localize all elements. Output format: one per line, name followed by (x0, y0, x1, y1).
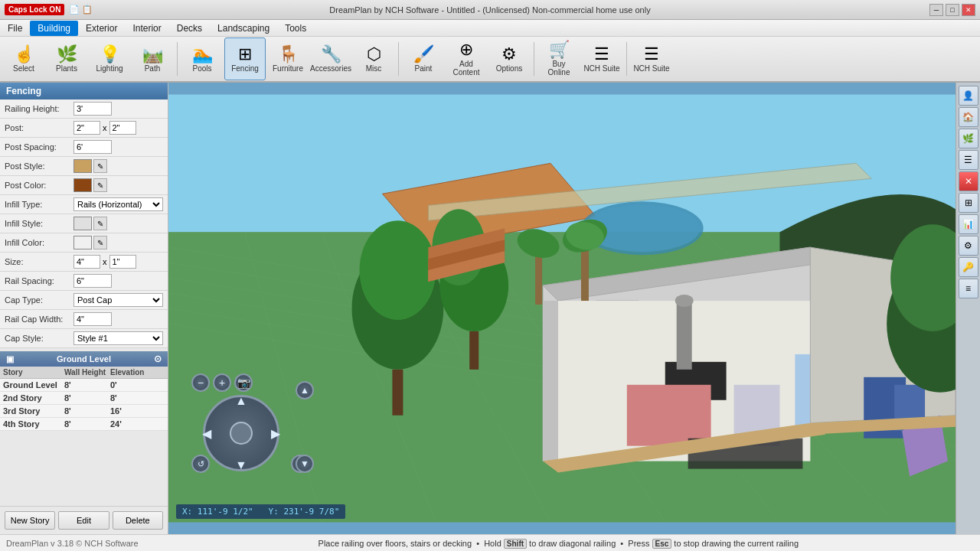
story-btn-delete[interactable]: Delete (113, 511, 163, 530)
prop-input-0[interactable] (74, 102, 112, 116)
toolbar-btn-buy_online[interactable]: 🛒Buy Online (538, 37, 580, 80)
ground-level-collapse-icon[interactable]: ▣ (6, 354, 14, 364)
toolbar-btn-nch_suite[interactable]: ☰NCH Suite (581, 37, 622, 80)
prop-label-2: Post Spacing: (5, 142, 74, 152)
prop-input-11[interactable] (74, 312, 112, 326)
prop-input-1-1[interactable] (74, 121, 100, 135)
story-elevation-2: 16' (110, 406, 149, 416)
right-panel-btn-9[interactable]: ≡ (959, 279, 978, 298)
toolbar-btn-plants[interactable]: 🌿Plants (46, 37, 87, 80)
story-row-2[interactable]: 3rd Story 8' 16' (0, 405, 168, 418)
toolbar-btn-paint[interactable]: 🖌️Paint (403, 37, 444, 80)
nav-down[interactable]: ▼ (235, 458, 247, 472)
nav-right[interactable]: ▶ (271, 426, 280, 441)
menu-item-file[interactable]: File (0, 21, 30, 36)
toolbar-btn-fencing[interactable]: ⊞Fencing (224, 37, 266, 80)
prop-label-5: Infill Type: (5, 200, 74, 209)
edit-color-btn-7[interactable]: ✎ (93, 236, 107, 249)
toolbar-btn-misc[interactable]: ⬡Misc (353, 37, 394, 80)
right-panel-btn-6[interactable]: 📊 (959, 214, 978, 234)
menu-item-landscaping[interactable]: Landscaping (210, 21, 277, 36)
prop-input-9[interactable] (74, 274, 112, 288)
right-panel-btn-2[interactable]: 🌿 (959, 129, 978, 148)
prop-label-1: Post: (5, 123, 74, 132)
options-icon: ⚙ (501, 46, 517, 63)
toolbar-btn-nch-suite[interactable]: ☰NCH Suite (631, 37, 672, 80)
prop-input-1-2[interactable] (109, 121, 136, 135)
ground-level-toggle[interactable]: ⊙ (154, 354, 162, 364)
main-area: Fencing Railing Height:Post:xPost Spacin… (0, 83, 980, 534)
prop-select-5[interactable]: Rails (Horizontal)Solid PanelPicketChain… (74, 197, 163, 211)
close-button[interactable]: ✕ (962, 4, 975, 16)
statusbar: DreamPlan v 3.18 © NCH Software Place ra… (0, 534, 980, 551)
right-panel-btn-4[interactable]: ✕ (959, 171, 978, 191)
prop-input-8-2[interactable] (109, 255, 136, 269)
prop-input-8-1[interactable] (74, 255, 100, 269)
story-height-1: 8' (64, 393, 110, 403)
viewport[interactable]: − + 📷 ▲ ▲ ▼ ◀ ▶ ↺ ↻ ▼ (168, 83, 956, 534)
story-elevation-0: 0' (110, 380, 149, 390)
nav-tilt-up-button[interactable]: ▲ (296, 381, 314, 399)
toolbar-btn-path[interactable]: 🛤️Path (132, 37, 173, 80)
edit-color-btn-3[interactable]: ✎ (93, 159, 107, 173)
nch-suite-icon: ☰ (644, 46, 659, 63)
nav-tilt-down-button[interactable]: ▼ (296, 455, 314, 473)
prop-label-10: Cap Type: (5, 295, 74, 305)
nav-camera-button[interactable]: 📷 (234, 373, 253, 392)
toolbar-btn-accessories[interactable]: 🔧Accessories (310, 37, 351, 80)
story-row-3[interactable]: 4th Story 8' 24' (0, 418, 168, 431)
nav-up[interactable]: ▲ (235, 394, 247, 408)
prop-select-10[interactable]: Post CapNo CapFlat CapPyramid Cap (74, 293, 163, 307)
right-panel-btn-5[interactable]: ⊞ (959, 193, 978, 213)
color-swatch-6[interactable] (74, 217, 92, 230)
story-row-1[interactable]: 2nd Story 8' 8' (0, 392, 168, 405)
nav-rotate-left[interactable]: ↺ (191, 455, 210, 473)
right-panel-btn-0[interactable]: 👤 (959, 86, 978, 106)
right-panel-btn-3[interactable]: ☰ (959, 150, 978, 170)
toolbar-btn-options[interactable]: ⚙Options (488, 37, 530, 80)
color-swatch-7[interactable] (74, 236, 92, 249)
nav-plus-button[interactable]: + (213, 373, 231, 392)
toolbar-btn-add_content[interactable]: ⊕Add Content (446, 37, 487, 80)
version-text: DreamPlan v 3.18 © NCH Software (6, 539, 139, 548)
edit-color-btn-4[interactable]: ✎ (93, 178, 107, 192)
prop-select-12[interactable]: Style #1Style #2Style #3 (74, 331, 163, 345)
color-swatch-3[interactable] (74, 159, 92, 173)
toolbar-btn-pools[interactable]: 🏊Pools (181, 37, 223, 80)
maximize-button[interactable]: □ (946, 4, 959, 16)
toolbar-btn-furniture[interactable]: 🪑Furniture (267, 37, 309, 80)
toolbar-btn-select[interactable]: ☝Select (3, 37, 44, 80)
nav-left[interactable]: ◀ (202, 426, 211, 441)
menu-item-exterior[interactable]: Exterior (78, 21, 125, 36)
nav-ring[interactable]: ▲ ▼ ◀ ▶ (203, 395, 279, 471)
fencing-prop-row-2: Post Spacing: (0, 138, 168, 157)
y-coordinate: Y: 231'-9 7/8" (269, 507, 340, 517)
toolbar-btn-lighting[interactable]: 💡Lighting (89, 37, 130, 80)
prop-label-7: Infill Color: (5, 238, 74, 247)
right-panel-btn-7[interactable]: ⚙ (959, 236, 978, 256)
menu-item-building[interactable]: Building (30, 21, 78, 36)
fencing-prop-row-5: Infill Type:Rails (Horizontal)Solid Pane… (0, 195, 168, 214)
minimize-button[interactable]: ─ (929, 4, 943, 16)
fencing-panel-header: Fencing (0, 83, 168, 99)
right-panel-btn-8[interactable]: 🔑 (959, 257, 978, 277)
fencing-prop-row-12: Cap Style:Style #1Style #2Style #3 (0, 329, 168, 348)
nav-center[interactable] (230, 422, 253, 445)
toolbar: ☝Select🌿Plants💡Lighting🛤️Path🏊Pools⊞Fenc… (0, 37, 980, 83)
story-btn-new-story[interactable]: New Story (5, 511, 55, 530)
menu-item-interior[interactable]: Interior (125, 21, 168, 36)
menu-item-tools[interactable]: Tools (277, 21, 314, 36)
svg-point-45 (675, 295, 694, 307)
prop-input-2[interactable] (74, 140, 112, 154)
right-panel-btn-1[interactable]: 🏠 (959, 107, 978, 127)
path-icon: 🛤️ (142, 46, 163, 63)
shift-key: Shift (504, 539, 527, 549)
menu-item-decks[interactable]: Decks (169, 21, 210, 36)
story-btn-edit[interactable]: Edit (58, 511, 109, 530)
fencing-prop-row-7: Infill Color:✎ (0, 233, 168, 253)
left-panel: Fencing Railing Height:Post:xPost Spacin… (0, 83, 168, 534)
nav-minus-button[interactable]: − (191, 373, 210, 392)
story-row-0[interactable]: Ground Level 8' 0' (0, 379, 168, 392)
edit-color-btn-6[interactable]: ✎ (93, 217, 107, 230)
color-swatch-4[interactable] (74, 178, 92, 192)
